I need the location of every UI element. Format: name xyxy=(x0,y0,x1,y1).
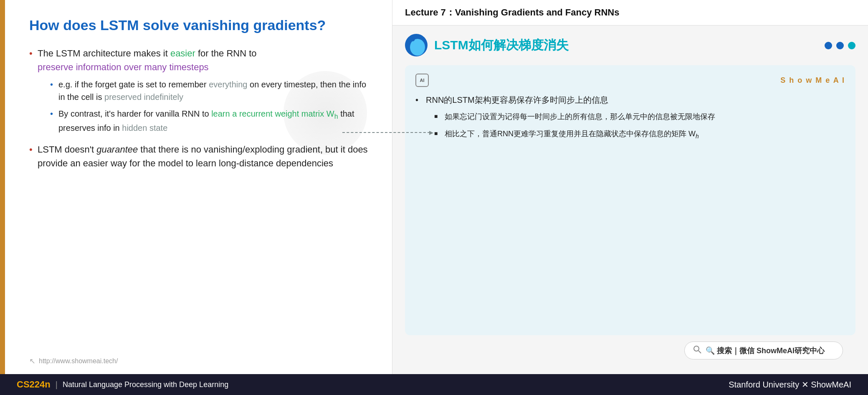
ai-icon: AI xyxy=(415,74,429,87)
translation-box: AI S h o w M e A I RNN的LSTM架构更容易保存许多时间步上… xyxy=(405,65,855,335)
nav-dot-3[interactable] xyxy=(848,42,855,49)
sub-bullet-1: e.g. if the forget gate is set to rememb… xyxy=(50,78,371,103)
bottom-bar: CS224n | Natural Language Processing wit… xyxy=(0,374,868,395)
chinese-sub2-text: 相比之下，普通RNN更难学习重复使用并且在隐藏状态中保存信息的矩阵 W xyxy=(445,130,696,138)
bullet1-easier: easier xyxy=(170,48,195,59)
ai-icon-text: AI xyxy=(420,78,425,83)
bullet2-italic: guarantee xyxy=(96,144,138,155)
right-content: LSTM如何解决梯度消失 AI S h o w M e A I xyxy=(392,25,868,374)
chinese-sub1-text: 如果忘记门设置为记得每一时间步上的所有信息，那么单元中的信息被无限地保存 xyxy=(445,112,715,121)
svg-point-1 xyxy=(410,39,425,56)
bullet2-text: LSTM doesn't xyxy=(38,144,96,155)
nav-dots xyxy=(825,42,855,49)
bullet1-cont: for the RNN to xyxy=(195,48,257,59)
cs224n-label: CS224n xyxy=(17,379,51,390)
chinese-slide-title: LSTM如何解决梯度消失 xyxy=(434,37,569,54)
chinese-bullet-list: RNN的LSTM架构更容易保存许多时间步上的信息 如果忘记门设置为记得每一时间步… xyxy=(415,93,845,141)
sub-bullet-2: By contrast, it's harder for vanilla RNN… xyxy=(50,107,371,134)
slide-title: How does LSTM solve vanishing gradients? xyxy=(29,17,371,34)
svg-line-4 xyxy=(698,351,701,353)
nav-dot-2[interactable] xyxy=(836,42,844,49)
nav-dot-1[interactable] xyxy=(825,42,832,49)
sub1-gray2: preserved indefinitely xyxy=(104,92,183,102)
main-container: How does LSTM solve vanishing gradients?… xyxy=(0,0,868,374)
title-icon-svg xyxy=(405,34,428,57)
bullet1-purple: preserve information over many timesteps xyxy=(38,62,209,72)
bullet-item-1: The LSTM architecture makes it easier fo… xyxy=(29,46,371,134)
lecture-header: Lecture 7：Vanishing Gradients and Fancy … xyxy=(392,0,868,25)
bullet-item-2: LSTM doesn't guarantee that there is no … xyxy=(29,143,371,170)
right-panel: Lecture 7：Vanishing Gradients and Fancy … xyxy=(392,0,868,374)
divider: | xyxy=(56,380,58,390)
chinese-bullet-1: RNN的LSTM架构更容易保存许多时间步上的信息 如果忘记门设置为记得每一时间步… xyxy=(415,93,845,141)
showmeai-label: S h o w M e A I xyxy=(780,76,845,85)
showmeai-badge-row: AI S h o w M e A I xyxy=(415,74,845,87)
bullet1-text-main: The LSTM architecture makes it xyxy=(38,48,170,59)
wh-subscript: h xyxy=(696,133,699,139)
sub2-gray: hidden state xyxy=(122,123,167,133)
chinese-title-row: LSTM如何解决梯度消失 xyxy=(405,34,569,57)
chinese-sub-list: 如果忘记门设置为记得每一时间步上的所有信息，那么单元中的信息被无限地保存 相比之… xyxy=(426,111,845,141)
search-bar[interactable]: 🔍 搜索｜微信 ShowMeAI研究中心 xyxy=(684,341,843,359)
chinese-bullet1-text: RNN的LSTM架构更容易保存许多时间步上的信息 xyxy=(426,95,608,104)
left-border-accent xyxy=(0,0,5,374)
chinese-sub-2: 相比之下，普通RNN更难学习重复使用并且在隐藏状态中保存信息的矩阵 Wh xyxy=(434,128,845,141)
sub-bullet-list: e.g. if the forget gate is set to rememb… xyxy=(38,78,371,134)
search-icon xyxy=(693,345,701,356)
course-name: Natural Language Processing with Deep Le… xyxy=(63,380,228,389)
sub2-start: By contrast, it's harder for vanilla RNN… xyxy=(58,109,211,118)
course-label: CS224n | Natural Language Processing wit… xyxy=(17,379,228,390)
svg-point-2 xyxy=(410,36,415,41)
search-bar-row: 🔍 搜索｜微信 ShowMeAI研究中心 xyxy=(405,335,855,366)
main-bullet-list: The LSTM architecture makes it easier fo… xyxy=(29,46,371,357)
dashed-connector-line xyxy=(342,132,430,133)
slide-header-row: LSTM如何解决梯度消失 xyxy=(405,34,855,57)
lecture-title: Lecture 7：Vanishing Gradients and Fancy … xyxy=(405,7,619,18)
left-slide-panel: How does LSTM solve vanishing gradients?… xyxy=(0,0,392,374)
svg-point-3 xyxy=(694,346,699,351)
bottom-right-text: Stanford University ✕ ShowMeAI xyxy=(729,380,851,390)
sub1-start: e.g. if the forget gate is set to rememb… xyxy=(58,80,209,89)
sub2-sub: h xyxy=(334,113,338,120)
search-text: 🔍 搜索｜微信 ShowMeAI研究中心 xyxy=(706,346,825,356)
sub2-green: learn a recurrent weight matrix W xyxy=(211,109,334,118)
stanford-showmeai-text: Stanford University ✕ ShowMeAI xyxy=(729,380,851,389)
title-icon-container xyxy=(405,34,428,57)
url-text: http://www.showmeai.tech/ xyxy=(39,357,118,365)
sub1-gray: everything xyxy=(209,80,247,89)
footer-url: ↖ http://www.showmeai.tech/ xyxy=(29,357,118,366)
chinese-sub-1: 如果忘记门设置为记得每一时间步上的所有信息，那么单元中的信息被无限地保存 xyxy=(434,111,845,123)
cursor-icon: ↖ xyxy=(29,357,35,366)
